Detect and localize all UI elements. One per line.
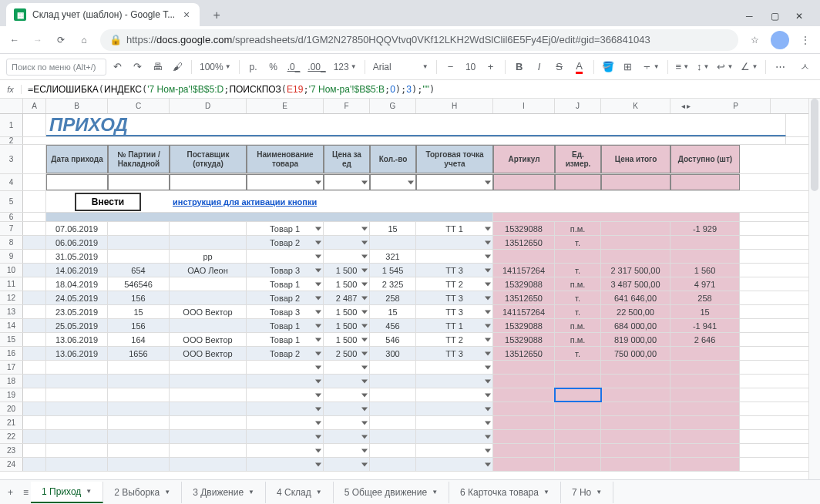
cell-qty[interactable]: 546 [370, 333, 416, 346]
row-22[interactable]: 22 [0, 430, 23, 443]
col-C[interactable]: C [108, 99, 170, 113]
dropdown-icon[interactable] [361, 379, 368, 383]
cell-product[interactable]: Товар 3 [247, 305, 324, 318]
more-formats-button[interactable]: 123▼ [331, 58, 360, 76]
chevron-down-icon[interactable]: ▼ [316, 489, 322, 496]
cell-batch[interactable] [108, 250, 170, 263]
cell-supplier[interactable] [170, 236, 247, 249]
cell-product[interactable]: Товар 3 [247, 264, 324, 277]
cell-supplier[interactable]: ОАО Леон [170, 264, 247, 277]
font-size[interactable]: 10 [462, 58, 480, 76]
cell-date[interactable]: 18.04.2019 [46, 277, 108, 291]
cell-unit[interactable]: п.м. [555, 277, 601, 291]
cell[interactable] [108, 388, 170, 402]
cell[interactable] [23, 174, 46, 190]
cell-avail[interactable]: 258 [670, 291, 740, 304]
dropdown-icon[interactable] [485, 310, 491, 314]
cell-supplier[interactable]: ООО Вектор [170, 333, 247, 346]
cell-point[interactable]: ТТ 3 [416, 291, 493, 304]
cell[interactable] [493, 416, 555, 429]
dropdown-icon[interactable] [315, 180, 321, 184]
cell-price[interactable]: 2 487 [324, 291, 370, 304]
chevron-down-icon[interactable]: ▼ [248, 489, 254, 496]
cell-qty[interactable]: 258 [370, 291, 416, 304]
cell-unit[interactable]: т. [555, 347, 601, 360]
cell[interactable] [170, 361, 247, 374]
dropdown-icon[interactable] [315, 462, 321, 466]
cell-qty[interactable]: 300 [370, 347, 416, 360]
row-9[interactable]: 9 [0, 250, 23, 263]
input-cell-7[interactable] [493, 174, 555, 190]
text-color-icon[interactable]: A [570, 58, 589, 76]
col-B[interactable]: B [46, 99, 108, 113]
instruction-link[interactable]: инструкция для активации кнопки [173, 197, 317, 207]
dropdown-icon[interactable] [485, 268, 491, 272]
row-24[interactable]: 24 [0, 458, 23, 471]
cell-supplier[interactable]: ООО Вектор [170, 305, 247, 318]
dropdown-icon[interactable] [361, 282, 368, 286]
valign-icon[interactable]: ↕▼ [694, 58, 712, 76]
header-1[interactable]: № Партии / Накладной [108, 145, 170, 173]
cell[interactable] [416, 375, 493, 388]
cell[interactable] [23, 305, 46, 318]
cell-price[interactable] [324, 250, 370, 263]
cell[interactable] [370, 388, 416, 402]
row-8[interactable]: 8 [0, 236, 23, 249]
decrease-decimal-button[interactable]: .0_ [284, 58, 304, 76]
row-23[interactable]: 23 [0, 444, 23, 457]
dropdown-icon[interactable] [361, 462, 368, 466]
cell[interactable] [324, 402, 370, 415]
cell[interactable] [670, 361, 740, 374]
dropdown-icon[interactable] [361, 449, 368, 452]
cell[interactable] [493, 213, 740, 221]
dropdown-icon[interactable] [315, 240, 321, 244]
dropdown-icon[interactable] [315, 393, 321, 397]
dropdown-icon[interactable] [315, 268, 321, 272]
dropdown-icon[interactable] [315, 449, 321, 452]
dropdown-icon[interactable] [485, 282, 491, 286]
dropdown-icon[interactable] [361, 407, 368, 411]
all-sheets-icon[interactable]: ≡ [23, 487, 39, 498]
cell[interactable] [324, 388, 370, 402]
cell-unit[interactable]: т. [555, 291, 601, 304]
cell-supplier[interactable]: ООО Вектор [170, 347, 247, 360]
cell-product[interactable]: Товар 1 [247, 222, 324, 235]
dropdown-icon[interactable] [315, 282, 321, 286]
cell[interactable] [601, 416, 670, 429]
header-9[interactable]: Цена итого [601, 145, 670, 173]
submit-button[interactable]: Внести [75, 193, 141, 211]
cell[interactable] [370, 375, 416, 388]
cell-price[interactable]: 1 500 [324, 305, 370, 318]
dropdown-icon[interactable] [315, 435, 321, 438]
cell[interactable] [601, 402, 670, 415]
cell-date[interactable]: 24.05.2019 [46, 291, 108, 304]
star-icon[interactable]: ☆ [748, 33, 761, 47]
cell[interactable] [370, 458, 416, 471]
input-cell-10[interactable] [670, 174, 740, 190]
row-18[interactable]: 18 [0, 375, 23, 388]
dropdown-icon[interactable] [485, 351, 491, 355]
cell[interactable] [601, 444, 670, 457]
cell-total[interactable]: 22 500,00 [601, 305, 670, 318]
cell-article[interactable]: 15329088 [493, 222, 555, 235]
paint-format-icon[interactable]: 🖌 [168, 58, 187, 76]
cell[interactable] [670, 402, 740, 415]
cell[interactable] [416, 402, 493, 415]
cell-total[interactable]: 641 646,00 [601, 291, 670, 304]
cell[interactable] [370, 361, 416, 374]
cell[interactable] [46, 375, 108, 388]
cell-total[interactable]: 750 000,00 [601, 347, 670, 360]
row-2[interactable]: 2 [0, 137, 23, 144]
chevron-down-icon[interactable]: ▼ [543, 489, 549, 496]
cell[interactable] [46, 430, 108, 443]
dropdown-icon[interactable] [485, 379, 491, 383]
col-K[interactable]: K [601, 99, 670, 113]
cell[interactable] [247, 444, 324, 457]
cell-unit[interactable]: п.м. [555, 333, 601, 346]
cell[interactable] [670, 416, 740, 429]
cell-selected[interactable] [555, 388, 601, 402]
dropdown-icon[interactable] [315, 254, 321, 258]
font-select[interactable]: Arial▼ [370, 58, 432, 76]
input-cell-6[interactable] [416, 174, 493, 190]
cell-date[interactable]: 23.05.2019 [46, 305, 108, 318]
